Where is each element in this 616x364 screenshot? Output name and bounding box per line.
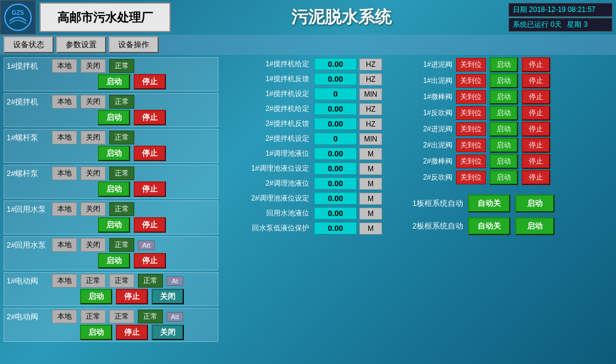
valve-start-4[interactable]: 启动 xyxy=(489,122,518,137)
stop-btn-2-reuse-pump[interactable]: 停止 xyxy=(134,253,166,269)
tag-local-1-mixer: 本地 xyxy=(52,59,77,73)
date-value: 2018-12-19 08:21:57 xyxy=(529,5,595,14)
valve-name-6: 2#撒棒阀 xyxy=(409,156,452,166)
param-row-10: 回用水池液位 0.00 M xyxy=(223,206,404,220)
device-row-1-valve: 1#电动阀 本地 正常 正常 正常 At 启动 停止 关闭 xyxy=(4,272,218,306)
stop-btn-1-mixer[interactable]: 停止 xyxy=(134,74,166,90)
close-btn-2-valve[interactable]: 关闭 xyxy=(152,325,184,340)
nav-param-settings[interactable]: 参数设置 xyxy=(56,36,106,53)
param-value-10: 0.00 xyxy=(314,207,357,220)
auto-off-btn-1[interactable]: 自动关 xyxy=(468,217,510,235)
param-unit-11: M xyxy=(359,223,382,235)
at-tag-2-reuse-pump: Att xyxy=(138,240,155,250)
stop-btn-2-valve[interactable]: 停止 xyxy=(116,325,148,340)
weekday-value: 3 xyxy=(584,20,588,29)
tag-status-1-valve: 正常 xyxy=(81,274,106,288)
valve-stop-1[interactable]: 停止 xyxy=(522,73,550,88)
right-panel: 1#进泥阀 关到位 启动 停止 1#出泥阀 关到位 启动 停止 1#撒棒阀 关到… xyxy=(406,55,616,364)
start-btn-1-screw-pump[interactable]: 启动 xyxy=(98,146,130,161)
start-btn-1-reuse-pump[interactable]: 启动 xyxy=(98,217,130,233)
tag-local-1-reuse-pump: 本地 xyxy=(52,202,77,216)
system-auto-label-0: 1板框系统自动 xyxy=(409,198,463,209)
start-btn-1-valve[interactable]: 启动 xyxy=(80,289,112,304)
valve-start-0[interactable]: 启动 xyxy=(489,57,518,72)
valve-start-1[interactable]: 启动 xyxy=(489,73,518,88)
valve-stop-2[interactable]: 停止 xyxy=(522,90,550,104)
valve-status-7: 关到位 xyxy=(456,171,486,184)
param-value-0: 0.00 xyxy=(314,58,357,70)
valve-start-7[interactable]: 启动 xyxy=(489,170,518,185)
valve-stop-4[interactable]: 停止 xyxy=(522,122,550,137)
param-row-1: 1#搅拌机反馈 0.00 HZ xyxy=(223,72,404,86)
datetime-row: 日期 2018-12-19 08:21:57 xyxy=(509,3,612,17)
start-btn-2-valve[interactable]: 启动 xyxy=(80,325,112,340)
start-btn-1-mixer[interactable]: 启动 xyxy=(98,74,130,90)
param-label-7: 1#调理池液位设定 xyxy=(223,164,312,174)
tag-status-1-reuse-pump: 关闭 xyxy=(81,202,106,216)
param-unit-9: M xyxy=(359,193,382,205)
valve-row-6: 2#撒棒阀 关到位 启动 停止 xyxy=(409,154,612,169)
tag-normal-2-valve: 正常 xyxy=(138,310,163,323)
param-row-5: 2#搅拌机设定 0 MIN xyxy=(223,132,404,146)
valve-stop-0[interactable]: 停止 xyxy=(522,57,550,72)
device-row-1-screw-pump: 1#螺杆泵 本地 关闭 正常 启动 停止 xyxy=(4,129,218,163)
stop-btn-2-screw-pump[interactable]: 停止 xyxy=(134,181,166,197)
stop-btn-1-screw-pump[interactable]: 停止 xyxy=(134,146,166,161)
param-label-11: 回水泵低液位保护 xyxy=(223,223,312,233)
start-btn-2-screw-pump[interactable]: 启动 xyxy=(98,181,130,197)
valve-start-2[interactable]: 启动 xyxy=(489,90,518,104)
tag-status-2-mixer: 关闭 xyxy=(81,95,106,109)
valve-stop-7[interactable]: 停止 xyxy=(522,170,550,185)
main-content: 1#搅拌机 本地 关闭 正常 启动 停止 2#搅拌机 本地 关闭 正常 启动 停… xyxy=(0,55,616,364)
valve-row-0: 1#进泥阀 关到位 启动 停止 xyxy=(409,57,612,72)
valve-section: 1#进泥阀 关到位 启动 停止 1#出泥阀 关到位 启动 停止 1#撒棒阀 关到… xyxy=(409,57,612,185)
param-value-2: 0 xyxy=(314,88,357,100)
valve-start-3[interactable]: 启动 xyxy=(489,106,518,121)
param-value-9: 0.00 xyxy=(314,192,357,205)
close-btn-1-valve[interactable]: 关闭 xyxy=(152,289,184,304)
valve-status-2: 关到位 xyxy=(456,90,486,104)
valve-name-4: 2#进泥阀 xyxy=(409,124,452,134)
at-tag-2-valve: Att xyxy=(167,312,183,322)
param-unit-10: M xyxy=(359,208,382,220)
system-title: 污泥脱水系统 xyxy=(174,0,509,35)
valve-stop-6[interactable]: 停止 xyxy=(522,154,550,169)
valve-stop-5[interactable]: 停止 xyxy=(522,138,550,153)
valve-row-1: 1#出泥阀 关到位 启动 停止 xyxy=(409,73,612,88)
date-label: 日期 xyxy=(513,5,527,14)
auto-start-btn-0[interactable]: 启动 xyxy=(515,195,555,212)
param-row-7: 1#调理池液位设定 0.00 M xyxy=(223,162,404,175)
valve-stop-3[interactable]: 停止 xyxy=(522,106,550,121)
param-label-10: 回用水池液位 xyxy=(223,208,312,218)
param-label-4: 2#搅拌机反馈 xyxy=(223,119,312,129)
valve-status-4: 关到位 xyxy=(456,122,486,136)
param-value-4: 0.00 xyxy=(314,118,357,130)
auto-off-btn-0[interactable]: 自动关 xyxy=(468,195,510,212)
runtime-label: 系统已运行 xyxy=(513,20,549,29)
valve-name-3: 1#反吹阀 xyxy=(409,108,452,118)
tag-local-2-valve: 本地 xyxy=(52,310,77,323)
param-row-8: 2#调理池液位 0.00 M xyxy=(223,177,404,190)
stop-btn-1-reuse-pump[interactable]: 停止 xyxy=(134,217,166,233)
system-auto-row-1: 2板框系统自动 自动关 启动 xyxy=(409,217,612,235)
valve-start-6[interactable]: 启动 xyxy=(489,154,518,169)
valve-name-5: 2#出泥阀 xyxy=(409,140,452,150)
nav-device-status[interactable]: 设备状态 xyxy=(4,36,54,53)
nav-device-ops[interactable]: 设备操作 xyxy=(109,36,159,53)
param-unit-5: MIN xyxy=(359,133,382,145)
stop-btn-1-valve[interactable]: 停止 xyxy=(116,289,148,304)
stop-btn-2-mixer[interactable]: 停止 xyxy=(134,110,166,125)
tag-normal-1-screw-pump: 正常 xyxy=(109,131,134,144)
valve-start-5[interactable]: 启动 xyxy=(489,138,518,153)
factory-name: 高邮市污水处理厂 xyxy=(39,2,171,32)
start-btn-2-mixer[interactable]: 启动 xyxy=(98,110,130,125)
auto-start-btn-1[interactable]: 启动 xyxy=(515,217,555,235)
datetime-box: 日期 2018-12-19 08:21:57 系统已运行 0天 星期 3 xyxy=(509,0,616,35)
start-btn-2-reuse-pump[interactable]: 启动 xyxy=(98,253,130,269)
valve-name-7: 2#反吹阀 xyxy=(409,172,452,183)
runtime-days: 0天 xyxy=(550,20,562,29)
mid-panel: 1#搅拌机给定 0.00 HZ 1#搅拌机反馈 0.00 HZ 1#搅拌机设定 … xyxy=(221,55,406,364)
param-value-5: 0 xyxy=(314,132,357,145)
param-row-4: 2#搅拌机反馈 0.00 HZ xyxy=(223,117,404,131)
param-value-11: 0.00 xyxy=(314,222,357,235)
